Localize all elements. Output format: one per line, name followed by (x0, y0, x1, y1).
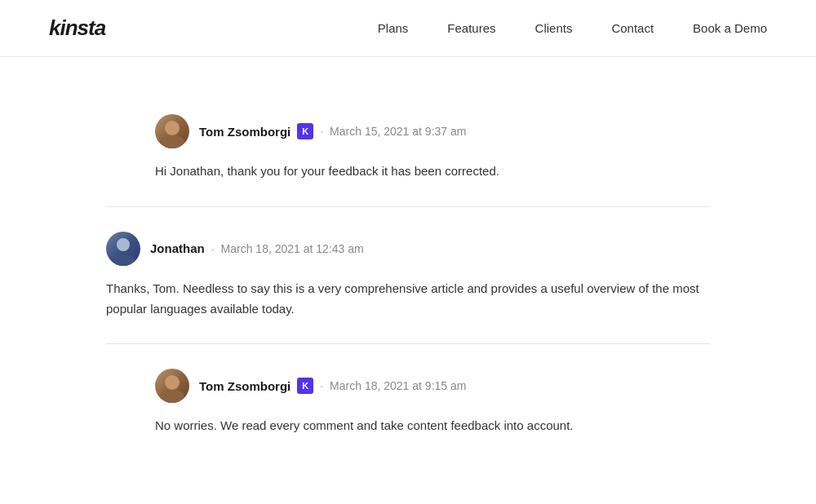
comment-header: Tom Zsomborgi K · March 15, 2021 at 9:37… (155, 114, 710, 148)
separator: · (320, 125, 323, 138)
nav-contact[interactable]: Contact (611, 21, 654, 35)
comment-body: Thanks, Tom. Needless to say this is a v… (106, 279, 710, 320)
author-info: Tom Zsomborgi K · March 18, 2021 at 9:15… (199, 378, 466, 394)
author-name: Jonathan (150, 241, 205, 255)
comment-date: March 15, 2021 at 9:37 am (330, 125, 466, 138)
comment-header: Tom Zsomborgi K · March 18, 2021 at 9:15… (155, 369, 710, 403)
author-info: Jonathan · March 18, 2021 at 12:43 am (150, 241, 364, 255)
comment-header: Jonathan · March 18, 2021 at 12:43 am (106, 232, 710, 266)
nav-book-demo[interactable]: Book a Demo (693, 21, 767, 35)
main-nav: Plans Features Clients Contact Book a De… (378, 21, 767, 35)
site-logo[interactable]: kinsta (49, 15, 105, 41)
kinsta-badge: K (297, 123, 313, 139)
comment-item: Jonathan · March 18, 2021 at 12:43 am Th… (106, 207, 710, 345)
comment-item: Tom Zsomborgi K · March 18, 2021 at 9:15… (106, 344, 710, 461)
avatar (155, 369, 189, 403)
site-header: kinsta Plans Features Clients Contact Bo… (0, 0, 816, 57)
nav-plans[interactable]: Plans (378, 21, 409, 35)
separator: · (211, 242, 215, 255)
author-name: Tom Zsomborgi (199, 125, 290, 139)
nav-clients[interactable]: Clients (535, 21, 573, 35)
comment-body: No worries. We read every comment and ta… (155, 416, 710, 436)
avatar (155, 114, 189, 148)
kinsta-badge: K (297, 378, 313, 394)
author-info: Tom Zsomborgi K · March 15, 2021 at 9:37… (199, 123, 466, 139)
comments-section: Tom Zsomborgi K · March 15, 2021 at 9:37… (90, 57, 726, 493)
author-name: Tom Zsomborgi (199, 379, 290, 393)
comment-date: March 18, 2021 at 9:15 am (330, 379, 466, 392)
nav-features[interactable]: Features (447, 21, 495, 35)
comment-date: March 18, 2021 at 12:43 am (221, 242, 364, 255)
separator: · (320, 379, 323, 392)
comment-body: Hi Jonathan, thank you for your feedback… (155, 161, 710, 182)
avatar (106, 232, 140, 266)
comment-item: Tom Zsomborgi K · March 15, 2021 at 9:37… (106, 90, 710, 207)
